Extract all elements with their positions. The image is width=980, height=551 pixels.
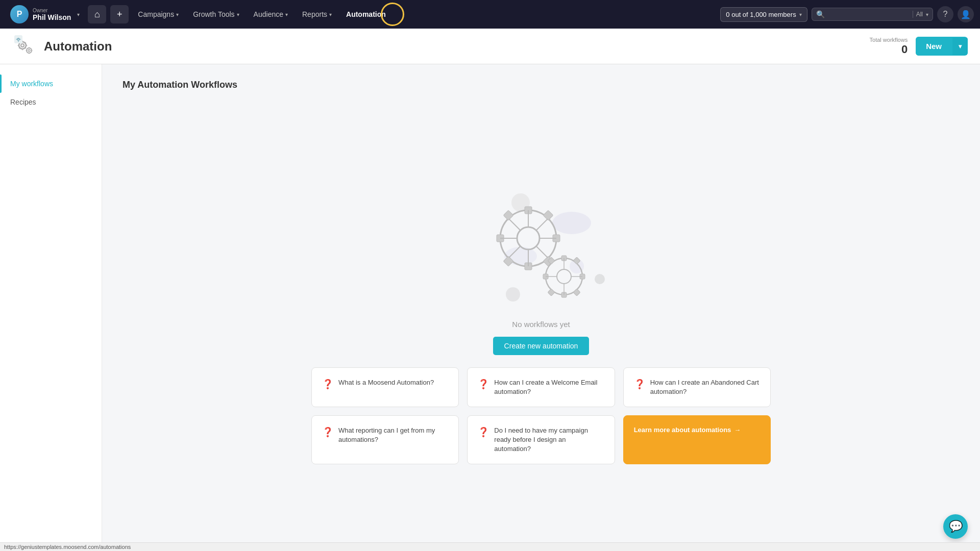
subheader-left: Automation (12, 34, 112, 59)
empty-state: No workflows yet Create new automation ❓… (122, 101, 960, 536)
faq-card-text-2: How can I create a Welcome Email automat… (494, 378, 604, 396)
audience-chevron-icon: ▾ (285, 12, 288, 17)
growth-chevron-icon: ▾ (237, 12, 239, 17)
search-icon: 🔍 (816, 10, 825, 18)
faq-icon-5: ❓ (478, 427, 489, 438)
owner-block[interactable]: P Owner Phil Wilson ▾ (6, 5, 84, 23)
nav-automation-label: Automation (346, 10, 386, 18)
faq-icon-4: ❓ (322, 427, 333, 438)
svg-point-6 (552, 212, 591, 234)
add-button[interactable]: + (110, 5, 129, 23)
svg-rect-4 (14, 35, 22, 43)
faq-card-text-3: How can I create an Abandoned Cart autom… (650, 378, 760, 396)
sidebar-item-recipes[interactable]: Recipes (0, 93, 102, 111)
page-icon-wrap (12, 34, 37, 59)
search-box[interactable]: 🔍 All ▾ (812, 8, 933, 21)
status-bar: https://geniustemplates.moosend.com/auto… (0, 542, 980, 551)
help-icon: ? (943, 10, 948, 19)
subheader: Automation Total workflows 0 New ▾ (0, 29, 980, 64)
svg-point-11 (506, 287, 520, 302)
faq-icon-2: ❓ (478, 379, 489, 390)
faq-icon-3: ❓ (634, 379, 645, 390)
top-navigation: P Owner Phil Wilson ▾ ⌂ + Campaigns ▾ Gr… (0, 0, 980, 29)
account-button[interactable]: 👤 (958, 6, 974, 22)
members-selector[interactable]: 0 out of 1,000 members ▾ (720, 7, 807, 22)
arrow-icon: → (734, 426, 741, 434)
svg-point-10 (595, 274, 605, 284)
content-area: My Automation Workflows (102, 64, 980, 551)
nav-automation[interactable]: Automation (341, 7, 391, 21)
faq-card-6[interactable]: Learn more about automations → (623, 415, 771, 465)
svg-point-3 (28, 49, 30, 52)
new-button-chevron-icon[interactable]: ▾ (952, 38, 968, 55)
faq-card-4[interactable]: ❓ What reporting can I get from my autom… (311, 415, 459, 465)
nav-audience[interactable]: Audience ▾ (249, 7, 293, 21)
svg-line-28 (536, 219, 548, 231)
total-workflows-label: Total workflows (870, 37, 908, 43)
svg-point-2 (27, 48, 32, 53)
svg-point-31 (557, 269, 571, 284)
svg-point-1 (21, 44, 24, 47)
faq-card-text-6: Learn more about automations → (634, 426, 741, 434)
nav-growth-label: Growth Tools (193, 10, 234, 18)
account-icon: 👤 (961, 10, 971, 19)
faq-card-text-5: Do I need to have my campaign ready befo… (494, 426, 604, 454)
faq-card-2[interactable]: ❓ How can I create a Welcome Email autom… (467, 367, 615, 407)
svg-rect-19 (503, 210, 513, 220)
home-icon: ⌂ (94, 9, 100, 20)
status-url: https://geniustemplates.moosend.com/auto… (4, 544, 131, 550)
owner-label: Owner (33, 8, 71, 13)
create-automation-button[interactable]: Create new automation (493, 337, 590, 355)
sidebar-item-my-workflows[interactable]: My workflows (0, 74, 102, 93)
nav-reports-label: Reports (302, 10, 327, 18)
reports-chevron-icon: ▾ (329, 12, 332, 17)
owner-chevron-icon: ▾ (77, 12, 80, 17)
owner-name: Phil Wilson (33, 13, 71, 21)
section-title: My Automation Workflows (122, 80, 960, 90)
small-gear (543, 256, 585, 297)
svg-rect-38 (573, 288, 580, 295)
main-layout: My workflows Recipes My Automation Workf… (0, 64, 980, 551)
gear-illustration (470, 172, 612, 315)
search-filter-chevron-icon: ▾ (926, 12, 928, 17)
faq-card-text-1: What is a Moosend Automation? (338, 378, 434, 387)
faq-grid: ❓ What is a Moosend Automation? ❓ How ca… (311, 367, 771, 465)
members-count-label: 0 out of 1,000 members (726, 11, 796, 18)
my-workflows-label: My workflows (10, 80, 53, 88)
svg-line-26 (536, 246, 548, 258)
home-button[interactable]: ⌂ (88, 5, 106, 23)
gears-svg (470, 172, 612, 315)
svg-line-27 (509, 219, 521, 231)
owner-avatar: P (10, 5, 29, 23)
owner-text: Owner Phil Wilson (33, 8, 71, 21)
nav-campaigns-label: Campaigns (138, 10, 174, 18)
nav-growth-tools[interactable]: Growth Tools ▾ (188, 7, 244, 21)
empty-label: No workflows yet (512, 320, 570, 329)
faq-card-text-4: What reporting can I get from my automat… (338, 426, 448, 444)
help-button[interactable]: ? (937, 6, 953, 22)
workflows-count: Total workflows 0 (870, 37, 908, 56)
sidebar: My workflows Recipes (0, 64, 102, 551)
nav-audience-label: Audience (254, 10, 283, 18)
faq-card-3[interactable]: ❓ How can I create an Abandoned Cart aut… (623, 367, 771, 407)
svg-rect-18 (543, 210, 553, 220)
chat-icon: 💬 (949, 520, 963, 533)
page-title: Automation (44, 39, 112, 54)
faq-card-5[interactable]: ❓ Do I need to have my campaign ready be… (467, 415, 615, 465)
svg-rect-39 (548, 288, 555, 295)
search-filter-label[interactable]: All (913, 11, 923, 18)
members-chevron-icon: ▾ (799, 12, 802, 17)
subheader-right: Total workflows 0 New ▾ (870, 37, 968, 56)
nav-reports[interactable]: Reports ▾ (297, 7, 337, 21)
recipes-label: Recipes (10, 98, 36, 106)
new-button[interactable]: New ▾ (916, 37, 968, 56)
new-button-label[interactable]: New (916, 37, 952, 56)
faq-card-1[interactable]: ❓ What is a Moosend Automation? (311, 367, 459, 407)
faq-icon-1: ❓ (322, 379, 333, 390)
total-workflows-count: 0 (901, 43, 908, 56)
search-input[interactable] (828, 11, 910, 18)
plus-icon: + (117, 9, 122, 20)
automation-page-icon (12, 34, 37, 59)
nav-campaigns[interactable]: Campaigns ▾ (133, 7, 184, 21)
chat-button[interactable]: 💬 (943, 514, 968, 539)
